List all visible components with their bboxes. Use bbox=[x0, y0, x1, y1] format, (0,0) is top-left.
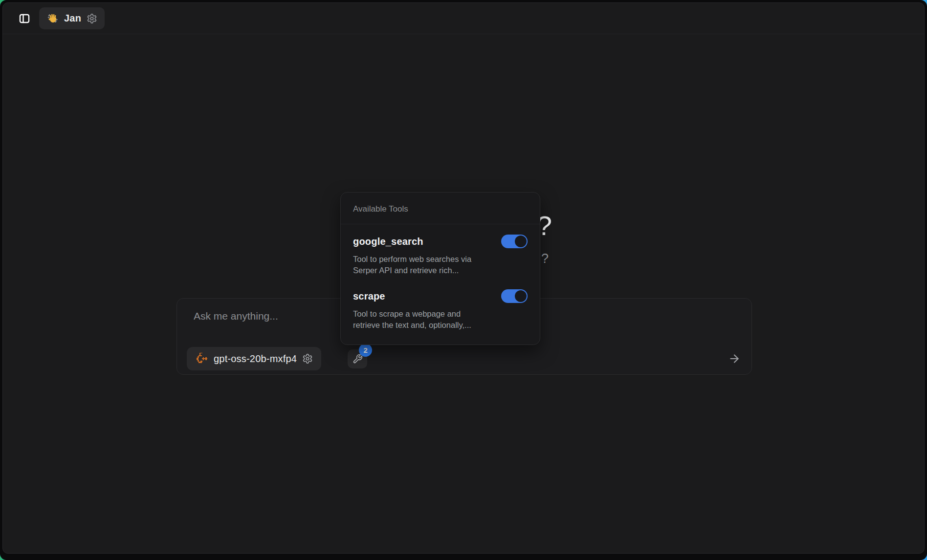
waving-hand-icon bbox=[46, 12, 59, 24]
tool-name: scrape bbox=[353, 291, 385, 302]
gear-icon[interactable] bbox=[302, 353, 313, 364]
arrow-right-icon bbox=[728, 352, 741, 365]
titlebar: Jan bbox=[3, 3, 924, 34]
sidebar-toggle-button[interactable] bbox=[16, 10, 33, 27]
app-screen: Jan u? ? bbox=[0, 0, 927, 560]
workspace-pill[interactable]: Jan bbox=[39, 7, 105, 29]
popover-title: Available Tools bbox=[341, 193, 540, 224]
available-tools-popover: Available Tools google_search Tool to pe… bbox=[340, 192, 540, 345]
model-selector[interactable]: gpt-oss-20b-mxfp4 bbox=[187, 347, 321, 370]
tool-row-scrape: scrape Tool to scrape a webpage and retr… bbox=[353, 289, 528, 331]
tool-toggle-google-search[interactable] bbox=[501, 235, 528, 248]
greeting-subheading-fragment: ? bbox=[540, 252, 549, 269]
tool-row-google-search: google_search Tool to perform web search… bbox=[353, 235, 528, 276]
model-name: gpt-oss-20b-mxfp4 bbox=[214, 353, 297, 365]
gear-icon[interactable] bbox=[87, 13, 97, 24]
llamacpp-icon bbox=[195, 352, 208, 366]
composer-toolbar: gpt-oss-20b-mxfp4 2 bbox=[187, 346, 745, 371]
tool-toggle-scrape[interactable] bbox=[501, 289, 528, 303]
workspace-label: Jan bbox=[64, 13, 81, 24]
tools-button[interactable]: 2 bbox=[348, 349, 367, 368]
app-window: Jan u? ? bbox=[2, 2, 925, 554]
tools-count-badge: 2 bbox=[359, 344, 372, 357]
panel-left-icon bbox=[19, 13, 30, 24]
tool-name: google_search bbox=[353, 236, 423, 247]
send-button[interactable] bbox=[724, 348, 745, 369]
tool-description: Tool to perform web searches via Serper … bbox=[353, 254, 484, 276]
popover-body: google_search Tool to perform web search… bbox=[341, 224, 540, 341]
tool-description: Tool to scrape a webpage and retrieve th… bbox=[353, 308, 484, 331]
greeting-heading-fragment: u? bbox=[539, 212, 552, 243]
